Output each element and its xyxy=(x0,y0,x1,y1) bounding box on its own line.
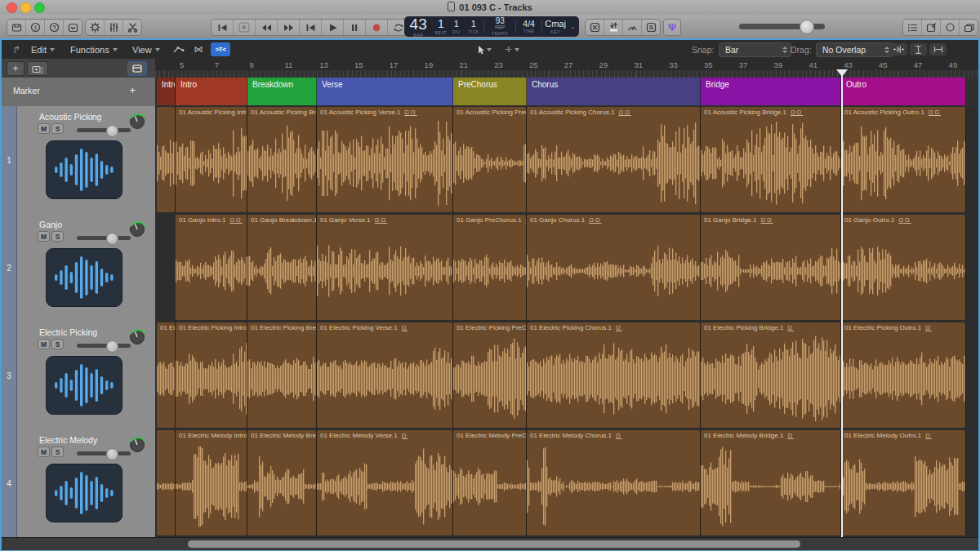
track-name[interactable]: Electric Picking xyxy=(39,327,97,337)
apple-loops-button[interactable] xyxy=(941,20,960,35)
hide-toolbar-icon[interactable]: ↱ xyxy=(8,42,24,56)
waveform-zoom-button[interactable] xyxy=(890,43,907,56)
playhead-handle[interactable] xyxy=(836,69,848,77)
track-volume-slider[interactable] xyxy=(77,344,131,348)
solo-button[interactable]: S xyxy=(51,231,64,242)
audio-waveform-icon[interactable] xyxy=(46,140,122,199)
region-01-acoustic-picking-verse-1[interactable]: 01 Acoustic Picking Verse.1ΩΩ xyxy=(317,107,453,212)
play-button[interactable] xyxy=(322,20,344,35)
duplicate-track-button[interactable] xyxy=(27,61,48,76)
region-01-electric-picking-bridge-1[interactable]: 01 Electric Picking Bridge.1Ω xyxy=(701,322,841,428)
mute-button[interactable]: M xyxy=(38,231,50,242)
add-marker-button[interactable]: + xyxy=(129,84,136,96)
list-editors-button[interactable] xyxy=(903,20,922,35)
track-volume-thumb[interactable] xyxy=(106,233,118,245)
marker-breakdown-2[interactable]: Breakdown xyxy=(247,78,317,105)
solo-button[interactable]: S xyxy=(51,339,64,349)
region-01-acoustic-picking-chorus-1[interactable]: 01 Acoustic Picking Chorus.1ΩΩ xyxy=(527,107,701,212)
record-button[interactable] xyxy=(366,20,388,35)
marker-intro-1[interactable]: Intro xyxy=(176,78,247,105)
track-name[interactable]: Acoustic Picking xyxy=(39,112,101,122)
track-volume-slider[interactable] xyxy=(77,451,131,455)
snap-popup[interactable]: Bar xyxy=(719,42,791,57)
playhead[interactable] xyxy=(841,70,843,537)
horizontal-scrollbar[interactable] xyxy=(2,537,978,550)
region-01-electric-picking-outro-1[interactable]: 01 Electric Picking Outro.1Ω xyxy=(841,322,966,428)
region-01-electric-melody-outro-1[interactable]: 01 Electric Melody Outro.1Ω xyxy=(841,430,966,535)
secondary-tool-menu[interactable]: ✛ xyxy=(501,42,523,56)
catch-playhead-button[interactable]: >T< xyxy=(211,42,230,56)
audio-waveform-icon[interactable] xyxy=(46,248,122,307)
region-01-electric-picking-break[interactable]: 01 Electric Picking Break xyxy=(247,322,317,428)
track-volume-thumb[interactable] xyxy=(106,448,118,460)
marker-chorus-5[interactable]: Chorus xyxy=(527,78,701,105)
marker-outro-7[interactable]: Outro xyxy=(841,78,966,105)
horizontal-zoom-button[interactable] xyxy=(929,43,947,56)
pan-knob[interactable] xyxy=(127,327,147,346)
region-01-electric-melody-intro-[interactable]: 01 Electric Melody Intro. xyxy=(176,430,247,535)
region-01-ganjo-chorus-1[interactable]: 01 Ganjo Chorus.1ΩΩ xyxy=(527,215,701,320)
vertical-zoom-button[interactable] xyxy=(910,43,927,56)
editors-button[interactable] xyxy=(123,20,141,35)
toolbar-toggle-button[interactable] xyxy=(64,20,82,35)
mute-button[interactable]: M xyxy=(38,123,50,134)
go-to-beginning-button[interactable] xyxy=(212,20,234,35)
autopunch-button[interactable] xyxy=(604,20,623,35)
browsers-button[interactable] xyxy=(960,20,978,35)
region-01-electric-melody-break[interactable]: 01 Electric Melody Break xyxy=(247,430,317,535)
region-01-ganjo-breakdown-1[interactable]: 01 Ganjo Breakdown.1 xyxy=(247,215,317,320)
view-menu[interactable]: View xyxy=(132,43,160,56)
master-volume-slider[interactable] xyxy=(739,24,825,29)
pointer-tool-menu[interactable] xyxy=(474,42,495,56)
region-clip[interactable] xyxy=(157,107,176,212)
inspector-button[interactable]: i xyxy=(26,20,45,35)
region-01-acoustic-picking-prec[interactable]: 01 Acoustic Picking PreC xyxy=(453,107,527,212)
region-01-electric-picking-chorus-1[interactable]: 01 Electric Picking Chorus.1Ω xyxy=(527,322,701,428)
track-name[interactable]: Ganjo xyxy=(39,220,62,229)
region-01-electric-melody-verse-1[interactable]: 01 Electric Melody Verse.1Ω xyxy=(317,430,453,535)
stop-button[interactable] xyxy=(300,20,322,35)
track-volume-thumb[interactable] xyxy=(106,125,118,137)
region-01-electric-melody-bridge-1[interactable]: 01 Electric Melody Bridge.1Ω xyxy=(701,430,841,535)
drag-popup[interactable]: No Overlap xyxy=(816,42,893,57)
track-header-electric-melody[interactable]: 4Electric MelodyMS xyxy=(2,429,155,537)
automation-icon[interactable] xyxy=(170,42,188,56)
region-01-electric-picking-prech[interactable]: 01 Electric Picking PreCh xyxy=(453,322,527,428)
tempo-gauge-button[interactable] xyxy=(623,20,642,35)
region-01-ganjo-verse-1[interactable]: 01 Ganjo Verse.1ΩΩ xyxy=(317,215,453,320)
region-01-ganjo-intro-1[interactable]: 01 Ganjo Intro.1ΩΩ xyxy=(176,215,247,320)
audio-waveform-icon[interactable] xyxy=(46,464,122,522)
smart-controls-button[interactable] xyxy=(86,20,105,35)
region-01-electric-melody-prech[interactable]: 01 Electric Melody PreCh xyxy=(453,430,527,535)
audio-waveform-icon[interactable] xyxy=(46,356,122,415)
mute-button[interactable]: M xyxy=(38,339,50,349)
functions-menu[interactable]: Functions xyxy=(70,43,118,56)
region-01-acoustic-picking-bridge-1[interactable]: 01 Acoustic Picking Bridge.1ΩΩ xyxy=(701,107,841,212)
lcd-chevron-icon[interactable]: ⌄ xyxy=(570,23,576,30)
track-volume-slider[interactable] xyxy=(77,236,131,240)
marker-track-header[interactable]: Marker + xyxy=(2,78,155,107)
solo-mode-button[interactable]: S xyxy=(642,20,660,35)
track-name[interactable]: Electric Melody xyxy=(39,435,97,445)
region-01-acoustic-picking-intro[interactable]: 01 Acoustic Picking Intro xyxy=(176,107,247,212)
track-header-ganjo[interactable]: 2GanjoMS xyxy=(2,214,155,322)
quick-help-button[interactable]: ? xyxy=(45,20,64,35)
region-01-ganjo-outro-1[interactable]: 01 Ganjo Outro.1ΩΩ xyxy=(841,215,966,320)
rewind-button[interactable] xyxy=(256,20,278,35)
play-from-selection-button[interactable] xyxy=(234,20,256,35)
crossfade-icon[interactable]: ⋈ xyxy=(189,42,207,56)
solo-button[interactable]: S xyxy=(51,123,64,134)
note-pads-button[interactable] xyxy=(922,20,941,35)
track-header-electric-picking[interactable]: 3Electric PickingMS xyxy=(2,322,155,430)
marker-verse-3[interactable]: Verse xyxy=(317,78,453,105)
forward-button[interactable] xyxy=(278,20,300,35)
mixer-button[interactable] xyxy=(105,20,123,35)
region-01-ganjo-bridge-1[interactable]: 01 Ganjo Bridge.1ΩΩ xyxy=(701,215,841,320)
track-volume-slider[interactable] xyxy=(77,128,131,132)
bar-ruler[interactable]: 5791113151719212325272931333537394143454… xyxy=(155,59,978,78)
region-01-ganjo-prechorus-1[interactable]: 01 Ganjo PreChorus.1ΩΩ xyxy=(453,215,527,320)
region-clip[interactable] xyxy=(157,430,176,535)
mute-button[interactable]: M xyxy=(38,447,50,457)
horizontal-scrollbar-thumb[interactable] xyxy=(188,540,800,548)
tuner-button[interactable]: Ψ xyxy=(663,19,681,36)
